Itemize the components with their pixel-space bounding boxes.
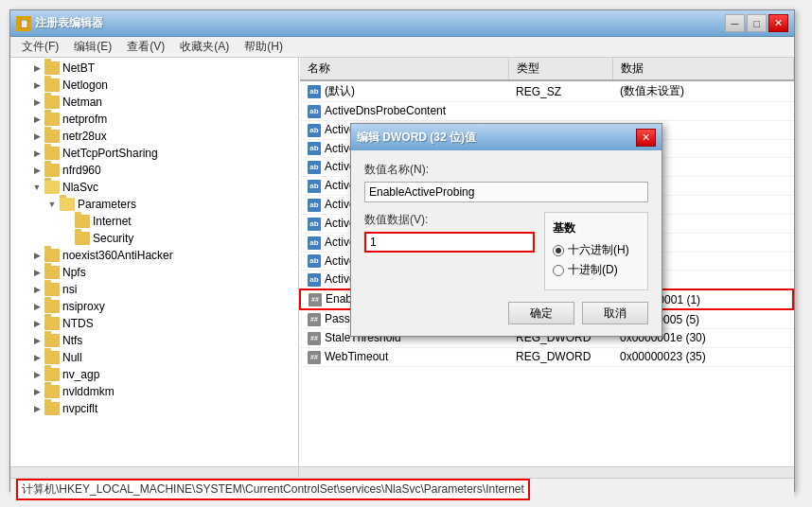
radio-dec-label: 十进制(D) [568, 262, 618, 278]
ok-button[interactable]: 确定 [508, 302, 574, 324]
data-input[interactable] [364, 232, 535, 253]
dialog-body: 数值名称(N): 数值数据(V): 基数 十六进制(H) 十进制(D) [351, 150, 662, 336]
base-section: 基数 十六进制(H) 十进制(D) [544, 212, 648, 290]
edit-dword-dialog: 编辑 DWORD (32 位)值 ✕ 数值名称(N): 数值数据(V): 基数 … [350, 123, 662, 337]
dialog-footer: 确定 取消 [364, 302, 648, 324]
data-base-row: 数值数据(V): 基数 十六进制(H) 十进制(D) [364, 212, 648, 290]
name-input[interactable] [364, 182, 648, 202]
radio-hex-item[interactable]: 十六进制(H) [553, 242, 640, 258]
radio-hex[interactable] [553, 245, 564, 256]
radio-dec-item[interactable]: 十进制(D) [553, 262, 640, 278]
dialog-title: 编辑 DWORD (32 位)值 [357, 130, 636, 146]
name-label: 数值名称(N): [364, 162, 648, 178]
cancel-button[interactable]: 取消 [582, 302, 648, 324]
radio-dec[interactable] [553, 265, 564, 276]
radio-hex-label: 十六进制(H) [568, 242, 629, 258]
base-title: 基数 [553, 220, 640, 236]
data-section: 数值数据(V): [364, 212, 535, 290]
modal-overlay: 编辑 DWORD (32 位)值 ✕ 数值名称(N): 数值数据(V): 基数 … [0, 0, 812, 507]
dialog-close-button[interactable]: ✕ [636, 129, 656, 147]
data-label: 数值数据(V): [364, 212, 535, 228]
dialog-title-bar: 编辑 DWORD (32 位)值 ✕ [351, 124, 662, 150]
